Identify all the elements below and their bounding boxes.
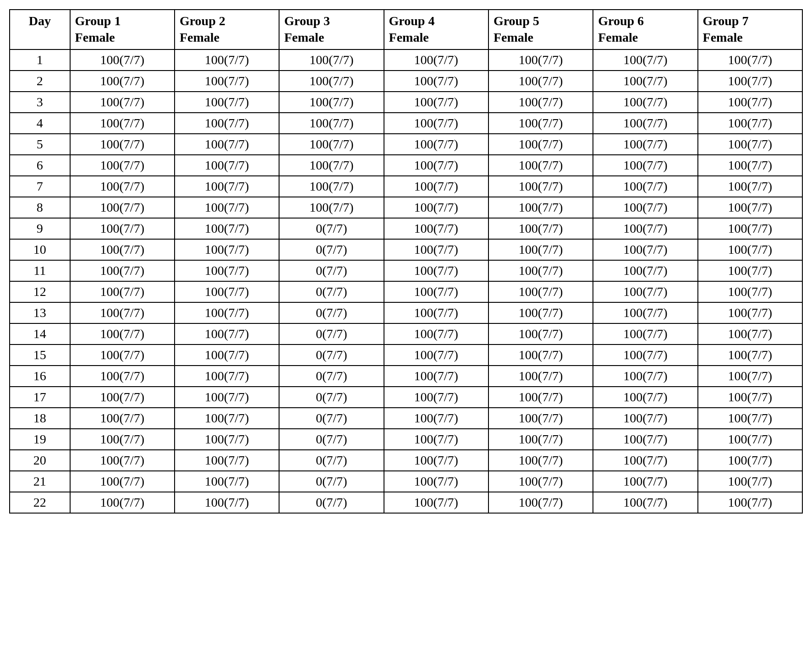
cell-g6: 100(7/7): [593, 302, 697, 323]
cell-g7: 100(7/7): [698, 429, 802, 450]
cell-g4: 100(7/7): [384, 387, 488, 408]
cell-g5: 100(7/7): [488, 176, 593, 197]
cell-g6: 100(7/7): [593, 49, 697, 71]
cell-g6: 100(7/7): [593, 492, 697, 513]
table-row: 4100(7/7)100(7/7)100(7/7)100(7/7)100(7/7…: [10, 113, 802, 134]
table-row: 11100(7/7)100(7/7)0(7/7)100(7/7)100(7/7)…: [10, 260, 802, 281]
cell-g6: 100(7/7): [593, 134, 697, 155]
table-row: 14100(7/7)100(7/7)0(7/7)100(7/7)100(7/7)…: [10, 323, 802, 344]
cell-g3: 0(7/7): [279, 429, 384, 450]
cell-g3: 0(7/7): [279, 302, 384, 323]
cell-day: 17: [10, 387, 70, 408]
table-row: 15100(7/7)100(7/7)0(7/7)100(7/7)100(7/7)…: [10, 344, 802, 366]
table-row: 22100(7/7)100(7/7)0(7/7)100(7/7)100(7/7)…: [10, 492, 802, 513]
cell-g7: 100(7/7): [698, 239, 802, 260]
table-row: 1100(7/7)100(7/7)100(7/7)100(7/7)100(7/7…: [10, 49, 802, 71]
cell-g5: 100(7/7): [488, 366, 593, 387]
cell-day: 19: [10, 429, 70, 450]
col-header-g1f: Group 1Female: [70, 10, 175, 49]
cell-g3: 100(7/7): [279, 197, 384, 218]
cell-g7: 100(7/7): [698, 450, 802, 471]
cell-day: 8: [10, 197, 70, 218]
cell-g5: 100(7/7): [488, 113, 593, 134]
cell-g1: 100(7/7): [70, 134, 175, 155]
cell-g6: 100(7/7): [593, 387, 697, 408]
cell-g2: 100(7/7): [175, 218, 279, 239]
cell-g2: 100(7/7): [175, 408, 279, 429]
cell-g4: 100(7/7): [384, 176, 488, 197]
cell-g6: 100(7/7): [593, 239, 697, 260]
cell-day: 9: [10, 218, 70, 239]
cell-g4: 100(7/7): [384, 239, 488, 260]
col-header-g7f: Group 7Female: [698, 10, 802, 49]
cell-g2: 100(7/7): [175, 492, 279, 513]
cell-g7: 100(7/7): [698, 323, 802, 344]
cell-g4: 100(7/7): [384, 302, 488, 323]
cell-g6: 100(7/7): [593, 366, 697, 387]
cell-g4: 100(7/7): [384, 113, 488, 134]
cell-g6: 100(7/7): [593, 155, 697, 176]
main-container: Day Group 1Female Group 2Female Group 3F…: [9, 9, 803, 514]
cell-g1: 100(7/7): [70, 71, 175, 92]
cell-g6: 100(7/7): [593, 323, 697, 344]
cell-day: 18: [10, 408, 70, 429]
cell-day: 10: [10, 239, 70, 260]
cell-g4: 100(7/7): [384, 218, 488, 239]
cell-g3: 0(7/7): [279, 408, 384, 429]
cell-g4: 100(7/7): [384, 429, 488, 450]
cell-day: 15: [10, 344, 70, 366]
cell-g5: 100(7/7): [488, 71, 593, 92]
cell-g3: 100(7/7): [279, 92, 384, 113]
cell-g5: 100(7/7): [488, 281, 593, 302]
cell-g4: 100(7/7): [384, 260, 488, 281]
cell-g1: 100(7/7): [70, 281, 175, 302]
cell-g7: 100(7/7): [698, 281, 802, 302]
cell-g7: 100(7/7): [698, 492, 802, 513]
cell-g4: 100(7/7): [384, 134, 488, 155]
cell-g4: 100(7/7): [384, 366, 488, 387]
cell-g3: 100(7/7): [279, 134, 384, 155]
cell-g6: 100(7/7): [593, 260, 697, 281]
cell-g4: 100(7/7): [384, 344, 488, 366]
cell-g1: 100(7/7): [70, 408, 175, 429]
cell-g3: 100(7/7): [279, 71, 384, 92]
cell-g6: 100(7/7): [593, 408, 697, 429]
cell-g2: 100(7/7): [175, 71, 279, 92]
cell-day: 5: [10, 134, 70, 155]
cell-g3: 100(7/7): [279, 176, 384, 197]
cell-g3: 100(7/7): [279, 155, 384, 176]
cell-day: 12: [10, 281, 70, 302]
cell-g4: 100(7/7): [384, 281, 488, 302]
cell-g7: 100(7/7): [698, 113, 802, 134]
cell-g1: 100(7/7): [70, 492, 175, 513]
cell-g1: 100(7/7): [70, 49, 175, 71]
cell-g1: 100(7/7): [70, 429, 175, 450]
cell-g3: 0(7/7): [279, 492, 384, 513]
cell-g1: 100(7/7): [70, 197, 175, 218]
cell-g5: 100(7/7): [488, 260, 593, 281]
cell-g7: 100(7/7): [698, 92, 802, 113]
cell-g2: 100(7/7): [175, 176, 279, 197]
cell-g1: 100(7/7): [70, 155, 175, 176]
cell-g7: 100(7/7): [698, 366, 802, 387]
col-header-day: Day: [10, 10, 70, 49]
cell-g2: 100(7/7): [175, 450, 279, 471]
cell-g7: 100(7/7): [698, 218, 802, 239]
cell-g7: 100(7/7): [698, 344, 802, 366]
cell-day: 13: [10, 302, 70, 323]
cell-g3: 0(7/7): [279, 344, 384, 366]
table-row: 6100(7/7)100(7/7)100(7/7)100(7/7)100(7/7…: [10, 155, 802, 176]
cell-g4: 100(7/7): [384, 71, 488, 92]
cell-g5: 100(7/7): [488, 492, 593, 513]
cell-g2: 100(7/7): [175, 197, 279, 218]
cell-g6: 100(7/7): [593, 471, 697, 492]
cell-day: 21: [10, 471, 70, 492]
cell-g3: 0(7/7): [279, 387, 384, 408]
col-header-g3f: Group 3Female: [279, 10, 384, 49]
cell-g3: 0(7/7): [279, 281, 384, 302]
cell-g2: 100(7/7): [175, 323, 279, 344]
cell-g7: 100(7/7): [698, 387, 802, 408]
cell-g4: 100(7/7): [384, 450, 488, 471]
cell-g2: 100(7/7): [175, 471, 279, 492]
col-header-g4f: Group 4Female: [384, 10, 488, 49]
